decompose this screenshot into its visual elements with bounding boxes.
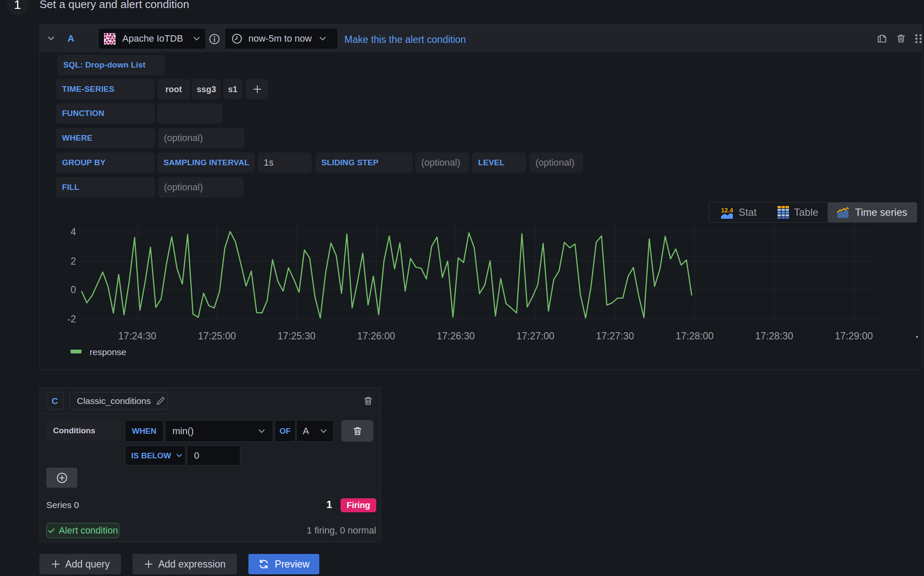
svg-text:17:27:00: 17:27:00 [516,330,555,342]
svg-text:2: 2 [70,256,76,267]
svg-text:0: 0 [70,284,76,295]
svg-text:17:26:00: 17:26:00 [357,330,395,342]
svg-text:17:28:30: 17:28:30 [755,330,794,342]
svg-text:17:28:00: 17:28:00 [676,330,714,342]
svg-text:17:26:30: 17:26:30 [437,330,475,342]
svg-text:response: response [90,347,126,357]
svg-text:4: 4 [70,226,76,237]
svg-text:17:25:30: 17:25:30 [278,330,316,342]
svg-text:17:29:00: 17:29:00 [835,330,873,342]
svg-text:-2: -2 [68,313,76,325]
svg-text:17:25:00: 17:25:00 [198,330,236,342]
svg-text:17:27:30: 17:27:30 [596,330,634,342]
svg-text:17:24:30: 17:24:30 [118,330,157,342]
